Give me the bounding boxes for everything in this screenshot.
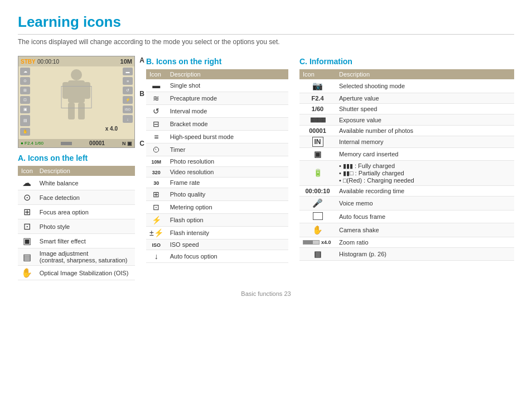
a-icon-cell: ⊙ — [18, 190, 36, 205]
vf-focus-icon: ⊞ — [20, 87, 30, 94]
vf-stby-label: STBY — [21, 59, 36, 65]
c-desc-cell: Aperture value — [336, 93, 514, 104]
c-icon-cell: 📷 — [299, 79, 336, 93]
table-row: ⊞ Photo quality — [146, 188, 288, 201]
table-row: ⏲ Timer — [146, 143, 288, 156]
table-row: ▤ Histogram (p. 26) — [299, 248, 514, 261]
table-row: ☁ White balance — [18, 176, 135, 190]
b-desc-cell: Flash intensity — [167, 227, 288, 240]
exposure-icon: ▦▦▦ — [310, 116, 325, 123]
table-row: ✋ Camera shake — [299, 223, 514, 237]
c-icon-cell — [299, 210, 336, 223]
table-row: ⊡ Metering option — [146, 201, 288, 214]
table-row: x4.0 Zoom ratio — [299, 237, 514, 248]
table-row: ≡ High-speed burst mode — [146, 131, 288, 143]
c-icon-cell: ▦▦▦ — [299, 114, 336, 126]
battery-icon: 🔋 — [303, 168, 332, 179]
c-desc-cell: • ▮▮▮ : Fully charged • ▮▮□ : Partially … — [336, 161, 514, 186]
table-row: ▦▦▦ Exposure value — [299, 114, 514, 126]
table-row: ISO ISO speed — [146, 240, 288, 250]
mem-card-icon: ▣ — [314, 150, 321, 159]
section-b-col-icon: Icon — [146, 69, 167, 79]
table-row: ⚡ Flash option — [146, 214, 288, 227]
c-icon: 00:00:10 — [305, 188, 330, 194]
a-icon-cell: ▣ — [18, 234, 36, 248]
b-desc-cell: Photo quality — [167, 188, 288, 201]
table-row: ↓ Auto focus option — [146, 250, 288, 263]
vf-resolution: 10M — [120, 58, 132, 65]
b-desc-cell: Precapture mode — [167, 92, 288, 105]
b-desc-cell: ISO speed — [167, 240, 288, 250]
table-row: ▬ Single shot — [146, 79, 288, 92]
section-b-col-desc: Description — [167, 69, 288, 79]
c-desc-cell: Memory card inserted — [336, 148, 514, 161]
table-row: 10M Photo resolution — [146, 156, 288, 167]
section-b-title: B. Icons on the right — [146, 57, 288, 66]
b-icon-cell: 10M — [146, 156, 167, 167]
b-icon-cell: 30 — [146, 178, 167, 188]
table-row: F2.4 Aperture value — [299, 93, 514, 104]
b-icon-cell: ↺ — [146, 105, 167, 118]
vf-focus-frame — [61, 86, 92, 108]
c-desc-cell: Voice memo — [336, 197, 514, 210]
c-desc-cell: Available recording time — [336, 186, 514, 197]
a-desc-cell: Face detection — [36, 190, 135, 205]
left-column: A B C STBY 00:00:10 10M ☁ ⊙ ⊞ ⊡ ▣ ▤ ✋ — [18, 56, 135, 280]
label-b: B — [139, 90, 144, 98]
section-a-col-icon: Icon — [18, 166, 36, 176]
vf-mode-icon: ≡ — [123, 77, 133, 85]
b-icon-cell: ±⚡ — [146, 227, 167, 240]
c-desc-cell: Selected shooting mode — [336, 79, 514, 93]
section-c-title: C. Information — [299, 57, 514, 66]
c-icon-cell: 00001 — [299, 126, 336, 136]
vf-int-icon: ↺ — [123, 87, 133, 94]
c-icon-cell: 🎤 — [299, 197, 336, 210]
table-row: IN Internal memory — [299, 136, 514, 148]
cam-shake-icon: ✋ — [312, 225, 323, 234]
b-icon-cell: ⚡ — [146, 214, 167, 227]
c-icon: F2.4 — [311, 95, 323, 102]
b-icon-cell: ↓ — [146, 250, 167, 263]
table-row: 📷 Selected shooting mode — [299, 79, 514, 93]
vf-af-icon: ↓ — [123, 115, 133, 123]
table-row: ✋ Optical Image Stabilization (OIS) — [18, 266, 135, 280]
table-row: 00:00:10 Available recording time — [299, 186, 514, 197]
b-desc-cell: Flash option — [167, 214, 288, 227]
b-desc-cell: Bracket mode — [167, 118, 288, 131]
c-icon-cell: 1/60 — [299, 104, 336, 114]
table-row: Auto focus frame — [299, 210, 514, 223]
c-desc-cell: Zoom ratio — [336, 237, 514, 248]
vf-face-icon: ⊙ — [20, 77, 30, 85]
vf-timer: 00:00:10 — [37, 59, 59, 65]
b-desc-cell: Metering option — [167, 201, 288, 214]
vf-mode-indicator: N ▣ — [122, 141, 132, 146]
table-row: 1/60 Shutter speed — [299, 104, 514, 114]
c-icon-cell: F2.4 — [299, 93, 336, 104]
c-icon-cell: x4.0 — [299, 237, 336, 248]
c-icon-cell: 00:00:10 — [299, 186, 336, 197]
histogram-icon: ▤ — [314, 250, 321, 259]
a-desc-cell: Image adjustment (contrast, sharpness, s… — [36, 248, 135, 266]
table-row: ⊟ Bracket mode — [146, 118, 288, 131]
svg-point-0 — [71, 69, 82, 80]
vf-status-dot: ● F2.4 1/60 — [21, 141, 43, 146]
c-icon-cell: ▣ — [299, 148, 336, 161]
section-b-table: Icon Description ▬ Single shot ≋ Precapt… — [146, 69, 288, 263]
vf-filter-icon: ▣ — [20, 106, 30, 113]
vf-exposure-bar — [61, 142, 72, 145]
vf-iso-icon: ISO — [123, 106, 133, 113]
a-icon-cell: ⊞ — [18, 205, 36, 219]
a-desc-cell: Optical Image Stabilization (OIS) — [36, 266, 135, 280]
b-icon-cell: ≋ — [146, 92, 167, 105]
b-icon-cell: 320 — [146, 167, 167, 178]
c-icon: 00001 — [309, 127, 326, 134]
a-desc-cell: White balance — [36, 176, 135, 190]
b-icon-cell: ⊞ — [146, 188, 167, 201]
vf-top-bar: STBY 00:00:10 10M — [18, 56, 134, 66]
b-icon-cell: ⊟ — [146, 118, 167, 131]
b-icon-cell: ⏲ — [146, 143, 167, 156]
vf-right-icons: ▬ ≡ ↺ ⚡ ISO ↓ — [123, 68, 133, 123]
b-desc-cell: Single shot — [167, 79, 288, 92]
table-row: ▣ Smart filter effect — [18, 234, 135, 248]
section-c-col-desc: Description — [336, 69, 514, 79]
